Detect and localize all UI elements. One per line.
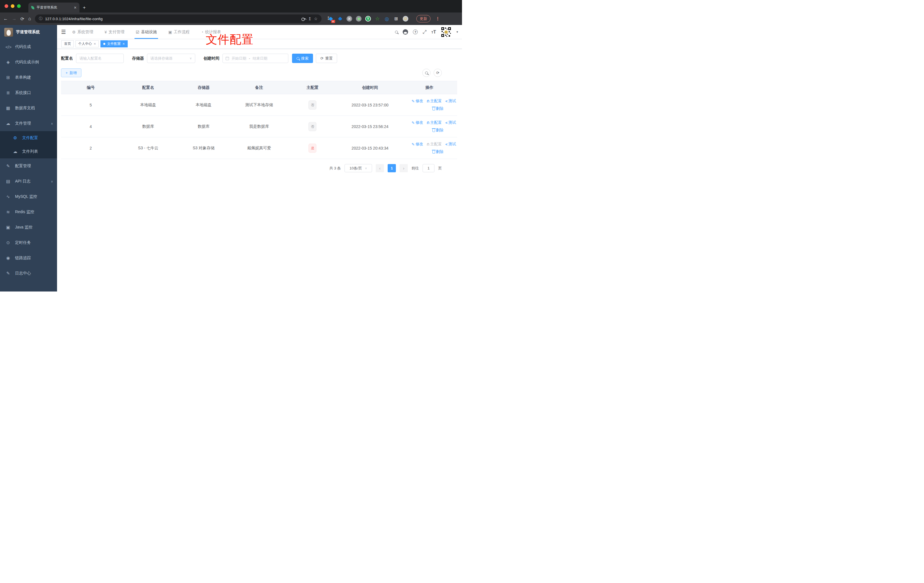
nav-item-reports[interactable]: ◔ 统计报表	[201, 25, 221, 39]
app-title: 芋道管理系统	[16, 30, 40, 35]
master-config-link[interactable]: U主配置	[427, 99, 442, 104]
sidebar-item-code-example[interactable]: ◈ 代码生成示例	[0, 55, 57, 70]
font-size-icon[interactable]: TT	[431, 30, 436, 35]
browser-update-button[interactable]: 更新	[416, 15, 431, 22]
nav-item-workflow[interactable]: ▣ 工作流程	[168, 25, 190, 39]
sidebar-item-form-builder[interactable]: ⊞ 表单构建	[0, 70, 57, 85]
create-time-label: 创建时间	[203, 56, 219, 61]
extension-star-icon[interactable]: ☆	[375, 16, 380, 21]
sidebar-item-file-list[interactable]: ☁ 文件列表	[0, 145, 57, 159]
home-button[interactable]: ⌂	[28, 16, 31, 21]
reload-button[interactable]: ⟳	[20, 16, 24, 21]
config-name-input[interactable]	[76, 54, 124, 63]
url-bar[interactable]: ⓘ 127.0.0.1:1024/infra/file/file-config …	[35, 15, 322, 23]
password-key-icon[interactable]	[301, 18, 306, 20]
goto-page-input[interactable]	[422, 164, 434, 172]
bookmark-star-icon[interactable]: ☆	[314, 17, 318, 21]
app-logo-rabbit-avatar	[4, 28, 13, 36]
nav-item-infrastructure[interactable]: ☑ 基础设施	[136, 25, 157, 39]
active-tag-dot	[103, 43, 105, 45]
reset-button[interactable]: ⟳ 重置	[316, 54, 337, 63]
tag-home[interactable]: 首页	[61, 40, 74, 48]
refresh-button[interactable]: ⟳	[434, 69, 442, 77]
sidebar-item-api-log[interactable]: ▤ API 日志 ∨	[0, 174, 57, 189]
search-button[interactable]: 搜索	[292, 54, 313, 63]
prev-page-button[interactable]: ‹	[376, 164, 384, 172]
sidebar-item-system-api[interactable]: ≣ 系统接口	[0, 85, 57, 101]
tag-file-config[interactable]: 文件配置 ✕	[101, 40, 127, 48]
pencil-icon: ✎	[411, 99, 414, 103]
config-name-label: 配置名	[61, 56, 73, 61]
extension-record-icon[interactable]	[356, 16, 361, 21]
sidebar-item-code-generation[interactable]: </> 代码生成	[0, 39, 57, 55]
magnet-icon: U	[427, 142, 429, 146]
sidebar-item-db-doc[interactable]: ▦ 数据库文档	[0, 101, 57, 116]
site-info-icon[interactable]: ⓘ	[39, 16, 43, 21]
sidebar-item-java-monitor[interactable]: ▣ Java 监控	[0, 220, 57, 235]
search-icon	[297, 57, 299, 60]
master-config-link[interactable]: U主配置	[427, 120, 442, 125]
nav-item-system[interactable]: ⚙ 系统管理	[72, 25, 93, 39]
fullscreen-icon[interactable]: ⤢	[422, 29, 427, 35]
toggle-search-button[interactable]	[422, 69, 431, 77]
test-link[interactable]: <测试	[445, 120, 456, 125]
tag-profile[interactable]: 个人中心 ✕	[76, 40, 99, 48]
extension-blocker-icon[interactable]: 11	[328, 16, 333, 21]
close-icon[interactable]: ✕	[94, 42, 96, 45]
add-button[interactable]: + 新增	[61, 68, 81, 77]
next-page-button[interactable]: ›	[399, 164, 408, 172]
tab-close-icon[interactable]: ✕	[74, 6, 77, 10]
sidebar-item-log-center[interactable]: ✎ 日志中心	[0, 266, 57, 281]
forward-button[interactable]: →	[12, 16, 16, 21]
test-link[interactable]: <测试	[445, 142, 456, 147]
page-number-button[interactable]: 1	[388, 164, 396, 172]
reset-icon: ⟳	[320, 56, 323, 61]
sidebar-item-file-config[interactable]: ⚙ 文件配置	[0, 131, 57, 145]
storage-select[interactable]: 请选择存储器 ∨	[147, 54, 195, 63]
sidebar-item-redis-monitor[interactable]: ≋ Redis 监控	[0, 204, 57, 220]
user-avatar-qr[interactable]	[441, 27, 452, 38]
profile-avatar-icon[interactable]: ☺	[403, 16, 408, 21]
sidebar-item-scheduled-jobs[interactable]: ⊙ 定时任务	[0, 235, 57, 250]
page-size-select[interactable]: 10条/页 ∨	[345, 164, 372, 172]
delete-link[interactable]: 删除	[432, 106, 444, 111]
sidebar-item-trace[interactable]: ◉ 链路追踪	[0, 250, 57, 266]
sidebar-item-file-management[interactable]: ☁ 文件管理 ∧	[0, 116, 57, 131]
search-icon[interactable]	[395, 31, 398, 33]
back-button[interactable]: ←	[3, 16, 8, 21]
edit-link[interactable]: ✎修改	[411, 142, 423, 147]
nav-item-payment[interactable]: ¥ 支付管理	[105, 25, 125, 39]
tags-bar: 首页 个人中心 ✕ 文件配置 ✕	[57, 39, 462, 49]
table-header-row: 编号 配置名 存储器 备注 主配置 创建时间 操作	[61, 81, 457, 94]
cell-storage: S3 对象存储	[176, 137, 231, 159]
browser-menu-button[interactable]: ⋮	[436, 16, 440, 21]
table-grid-icon: ▦	[5, 106, 11, 111]
minimize-window-button[interactable]	[11, 4, 15, 8]
sidebar-collapse-button[interactable]: ☰	[61, 29, 66, 35]
sidebar-item-mysql-monitor[interactable]: ∿ MySQL 监控	[0, 189, 57, 204]
app-logo-row[interactable]: 芋道管理系统	[0, 25, 57, 39]
edit-link[interactable]: ✎修改	[411, 99, 423, 104]
new-tab-button[interactable]: +	[83, 5, 86, 10]
cell-name: 本地磁盘	[120, 94, 176, 116]
edit-link[interactable]: ✎修改	[411, 120, 423, 125]
sidebar-item-config-management[interactable]: ✎ 配置管理	[0, 159, 57, 174]
close-icon[interactable]: ✕	[122, 42, 125, 45]
zoom-window-button[interactable]	[17, 4, 21, 8]
extension-y-icon[interactable]: Y	[365, 16, 371, 21]
tab-title: 芋道管理系统	[36, 5, 71, 10]
date-range-picker[interactable]: 开始日期 - 结束日期	[223, 54, 288, 63]
help-icon[interactable]: ?	[413, 30, 418, 34]
extensions-puzzle-icon[interactable]: ⊞	[393, 16, 399, 21]
delete-link[interactable]: 删除	[432, 128, 444, 133]
avatar-caret-icon[interactable]: ▾	[456, 30, 458, 34]
extension-eye-icon[interactable]: ◎	[384, 16, 389, 21]
extension-command-icon[interactable]: ⌘	[346, 16, 352, 21]
close-window-button[interactable]	[5, 4, 8, 8]
extension-kite-icon[interactable]	[337, 16, 343, 21]
delete-link[interactable]: 删除	[432, 149, 444, 154]
share-icon[interactable]: ↥	[308, 17, 312, 21]
browser-tab[interactable]: 芋道管理系统 ✕	[28, 3, 79, 13]
test-link[interactable]: <测试	[445, 99, 456, 104]
github-icon[interactable]	[403, 29, 408, 35]
